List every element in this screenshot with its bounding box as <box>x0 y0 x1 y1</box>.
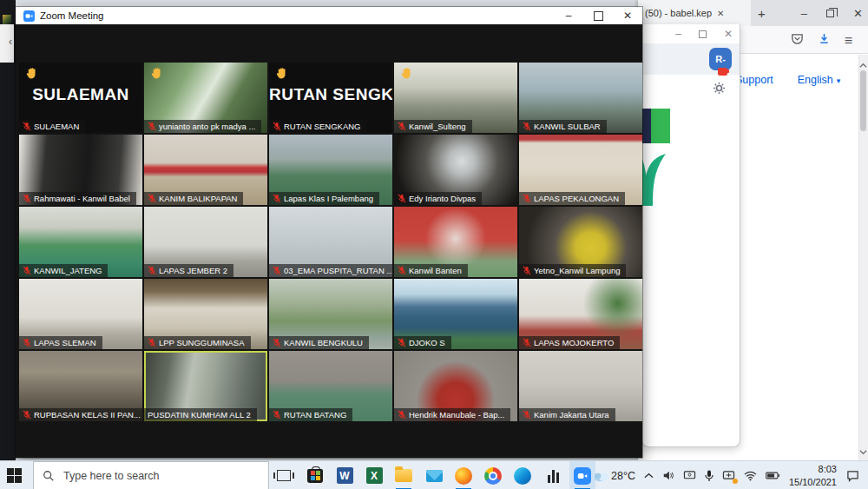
participant-tile[interactable]: Kanim Jakarta Utara <box>519 351 642 421</box>
participant-tile[interactable]: KANWIL SULBAR <box>519 63 642 133</box>
participant-name: KANWIL BENGKULU <box>284 336 363 349</box>
participant-tile[interactable]: 03_EMA PUSPITA_RUTAN ... <box>269 207 392 277</box>
mic-muted-icon <box>398 194 406 203</box>
mic-muted-icon <box>398 122 406 131</box>
overlay-close-button[interactable]: ✕ <box>724 28 733 40</box>
mic-muted-icon <box>398 410 406 420</box>
screen-share-icon[interactable] <box>718 461 740 489</box>
participant-name: Edy Irianto Divpas <box>409 192 476 205</box>
participant-tile[interactable]: SULAEMAN SULAEMAN <box>19 63 142 133</box>
participant-tile[interactable]: Rahmawati - Kanwil Babel <box>19 135 142 205</box>
overlay-minimize-button[interactable]: – <box>675 28 681 40</box>
language-selector[interactable]: English▾ <box>798 74 841 86</box>
participant-tile[interactable]: Kanwil Banten <box>394 207 517 277</box>
participant-tile[interactable]: yunianto anto pk madya ... <box>144 63 267 133</box>
browser-minimize-button[interactable]: – <box>801 8 807 19</box>
zoom-close-button[interactable]: ✕ <box>613 7 642 24</box>
background-thumbnail <box>3 15 11 24</box>
chrome-icon[interactable] <box>480 461 506 489</box>
participant-tile[interactable]: LAPAS SLEMAN <box>19 279 142 349</box>
participant-tile[interactable]: RUTAN BATANG <box>269 351 392 421</box>
support-link[interactable]: Support <box>735 74 773 86</box>
participant-tile[interactable]: KANWIL BENGKULU <box>269 279 392 349</box>
clock[interactable]: 8:03 15/10/2021 <box>784 463 842 488</box>
participant-tile[interactable]: DJOKO S <box>394 279 517 349</box>
start-button[interactable] <box>7 468 22 483</box>
file-explorer-icon[interactable] <box>391 461 417 489</box>
participant-tile[interactable]: Lapas Klas I Palembang <box>269 135 392 205</box>
participant-name: yunianto anto pk madya ... <box>159 120 255 133</box>
background-window-strip <box>0 0 16 460</box>
mic-muted-icon <box>523 266 531 275</box>
participant-name: LAPAS PEKALONGAN <box>534 192 619 205</box>
participant-grid: SULAEMAN SULAEMAN yunianto anto pk madya… <box>19 63 642 421</box>
participant-name: Lapas Klas I Palembang <box>284 192 373 205</box>
browser-scrollbar[interactable] <box>858 55 868 460</box>
microphone-icon[interactable] <box>700 461 718 489</box>
zoom-minimize-button[interactable]: – <box>554 7 583 24</box>
action-center-icon[interactable] <box>842 461 868 489</box>
new-tab-button[interactable]: + <box>758 6 766 21</box>
scrollbar-thumb[interactable] <box>860 70 866 131</box>
taskbar-search[interactable] <box>33 461 269 489</box>
browser-tab[interactable]: (50) - babel.kep ✕ <box>638 0 751 26</box>
display-cast-icon[interactable] <box>679 461 700 489</box>
search-input[interactable] <box>63 470 246 482</box>
participant-tile[interactable]: Hendrik Manubale - Bap... <box>394 351 517 421</box>
recording-badge-icon <box>718 68 727 76</box>
participant-tile[interactable]: LAPAS PEKALONGAN <box>519 135 642 205</box>
excel-icon[interactable]: X <box>361 461 387 489</box>
overlay-maximize-button[interactable] <box>699 30 707 38</box>
participant-tile[interactable]: Edy Irianto Divpas <box>394 135 517 205</box>
mic-muted-icon <box>23 194 31 203</box>
browser-restore-button[interactable] <box>826 10 834 17</box>
caret-down-icon: ▾ <box>837 76 841 85</box>
mic-muted-icon <box>23 338 31 347</box>
volume-icon[interactable] <box>658 461 679 489</box>
weather-icon[interactable]: 28°C <box>589 461 640 489</box>
battery-icon[interactable] <box>761 461 784 489</box>
scroll-down-icon[interactable] <box>858 443 868 459</box>
participant-tile[interactable]: RUPBASAN KELAS II PAN... <box>19 351 142 421</box>
zoom-video-area: SULAEMAN SULAEMAN yunianto anto pk madya… <box>16 24 642 458</box>
participant-name: LAPAS SLEMAN <box>34 336 96 349</box>
participant-tile[interactable]: KANWIL_JATENG <box>19 207 142 277</box>
participant-tile[interactable]: LAPAS JEMBER 2 <box>144 207 267 277</box>
participant-tile[interactable]: Kanwil_Sulteng <box>394 63 517 133</box>
mic-muted-icon <box>148 266 156 275</box>
browser-close-button[interactable]: ✕ <box>853 8 863 19</box>
mail-icon[interactable] <box>421 461 447 489</box>
participant-tile[interactable]: Yetno_Kanwil Lampung <box>519 207 642 277</box>
media-app-icon[interactable] <box>540 461 566 489</box>
menu-icon[interactable]: ≡ <box>845 33 852 49</box>
word-icon[interactable]: W <box>332 461 358 489</box>
participant-name: Rahmawati - Kanwil Babel <box>34 192 130 205</box>
participant-tile[interactable]: KANIM BALIKPAPAN <box>144 135 267 205</box>
firefox-icon[interactable] <box>450 461 477 489</box>
store-icon[interactable] <box>302 461 328 489</box>
participant-tile[interactable]: LAPAS MOJOKERTO <box>519 279 642 349</box>
mic-muted-icon <box>23 122 31 131</box>
wifi-icon[interactable] <box>740 461 761 489</box>
pocket-icon[interactable] <box>791 32 804 49</box>
participant-tile[interactable]: RUTAN SENGK... RUTAN SENGKANG <box>269 63 392 133</box>
tray-expand-chevron[interactable] <box>640 461 658 489</box>
tab-close-icon[interactable]: ✕ <box>717 9 724 18</box>
downloads-icon[interactable] <box>818 32 831 49</box>
temperature-label: 28°C <box>609 470 635 482</box>
edge-icon[interactable] <box>510 461 536 489</box>
search-icon <box>43 470 55 482</box>
task-view-button[interactable] <box>271 461 297 489</box>
tray-time: 8:03 <box>789 463 837 475</box>
participant-tile[interactable]: PUSDATIN KUMHAM ALL 2 <box>144 351 267 421</box>
participant-name: KANWIL_JATENG <box>34 264 102 277</box>
desktop: ‹ (50) - babel.kep ✕ + – ✕ ≡ <box>0 0 868 489</box>
participant-name: Hendrik Manubale - Bap... <box>409 408 504 421</box>
mic-muted-icon <box>523 194 531 203</box>
settings-gear-icon[interactable] <box>713 82 726 98</box>
participant-tile[interactable]: LPP SUNGGUMINASA <box>144 279 267 349</box>
mic-muted-icon <box>273 122 281 131</box>
zoom-maximize-button[interactable] <box>583 7 613 24</box>
participant-name: LAPAS MOJOKERTO <box>534 336 614 349</box>
overlay-avatar[interactable]: R- <box>709 48 732 70</box>
